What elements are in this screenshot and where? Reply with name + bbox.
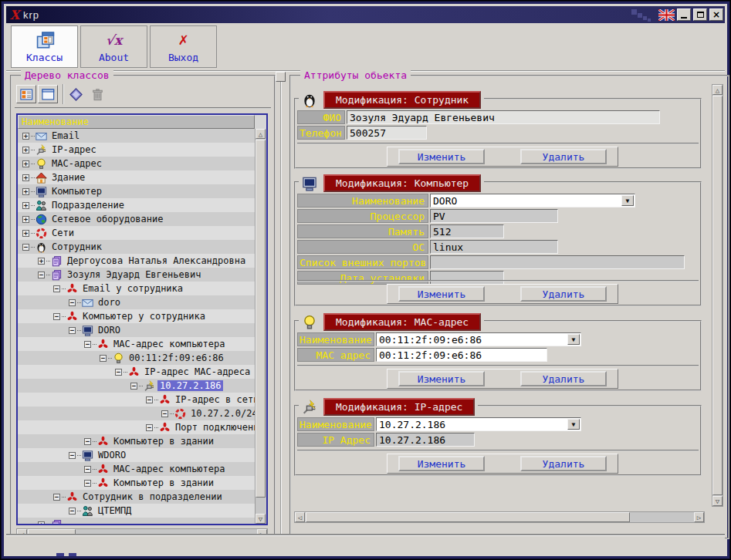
expand-plus-icon[interactable]: + bbox=[22, 216, 29, 223]
text-input[interactable]: 00:11:2f:09:e6:86 bbox=[376, 348, 547, 362]
tree-item-label[interactable]: Сетевое оборудование bbox=[49, 214, 166, 224]
tree-item[interactable]: −Компьютер в здании bbox=[18, 434, 255, 448]
tree-item-label[interactable]: DORO bbox=[96, 325, 123, 336]
scroll-left-icon[interactable]: ◁ bbox=[295, 512, 305, 522]
tree-item[interactable]: +Дергоусова Наталья Александровна bbox=[18, 254, 255, 268]
view-detail-icon[interactable] bbox=[16, 85, 36, 103]
tree-item-label[interactable]: WDORO bbox=[96, 450, 128, 460]
tree-item[interactable]: +IP-адрес bbox=[18, 143, 255, 157]
attributes-horizontal-scrollbar[interactable]: ◁ ▷ bbox=[294, 511, 705, 523]
tree-item-label[interactable]: Компьютер в здании bbox=[111, 477, 216, 488]
tree-item[interactable]: +Подразделение bbox=[18, 198, 255, 212]
delete-button[interactable]: Удалить bbox=[520, 149, 607, 164]
tree-item[interactable]: −MAC-адрес компьютера bbox=[18, 462, 255, 476]
scroll-up-icon[interactable]: △ bbox=[256, 129, 266, 139]
tree-item-label[interactable]: IP-адрес в сети bbox=[173, 394, 255, 405]
edit-button[interactable]: Изменить bbox=[398, 371, 485, 386]
tree-item[interactable]: +Сетевое оборудование bbox=[18, 212, 255, 226]
language-flag-icon[interactable] bbox=[658, 9, 675, 21]
tree-item[interactable]: −Сотрудник bbox=[18, 240, 255, 254]
collapse-minus-icon[interactable]: − bbox=[146, 424, 153, 431]
tree-item-label[interactable]: Компьютер bbox=[49, 186, 104, 197]
collapse-minus-icon[interactable]: − bbox=[146, 396, 153, 403]
scroll-down-icon[interactable]: ▽ bbox=[256, 514, 266, 524]
expand-plus-icon[interactable]: + bbox=[22, 147, 29, 153]
classes-toolbar-button[interactable]: Классы bbox=[11, 25, 78, 68]
splitter-handle[interactable] bbox=[276, 72, 286, 82]
tree-item-label[interactable]: MAC-адрес компьютера bbox=[111, 464, 228, 474]
attributes-hscroll-thumb[interactable] bbox=[306, 512, 630, 522]
collapse-minus-icon[interactable]: − bbox=[84, 341, 91, 348]
combo-dropdown-icon[interactable]: ▼ bbox=[567, 334, 580, 345]
expand-plus-icon[interactable]: + bbox=[22, 174, 29, 181]
tree-item[interactable]: −Зозуля Эдуард Евгеньевич bbox=[18, 268, 255, 282]
tree-item-label[interactable]: MAC-адрес компьютера bbox=[111, 339, 228, 349]
tree-item[interactable]: −Компьютер у сотрудника bbox=[18, 309, 255, 323]
tree-item-label[interactable]: Дергоусова Наталья Александровна bbox=[65, 255, 248, 266]
collapse-minus-icon[interactable]: − bbox=[69, 327, 76, 334]
tree-item-label[interactable]: Сотрудник в подразделении bbox=[80, 491, 225, 502]
minimize-button[interactable] bbox=[677, 8, 691, 21]
expand-plus-icon[interactable]: + bbox=[22, 133, 29, 140]
tree-item-label[interactable]: ЦТЕМПД bbox=[96, 505, 134, 516]
tree-item-label[interactable]: Подразделение bbox=[49, 200, 127, 211]
close-button[interactable]: × bbox=[709, 8, 723, 21]
collapse-minus-icon[interactable]: − bbox=[100, 355, 107, 362]
edit-diamond-icon[interactable] bbox=[66, 85, 86, 103]
tree-item[interactable]: +Компьютер bbox=[18, 184, 255, 198]
tree-item[interactable]: −Компьютер в здании bbox=[18, 476, 255, 490]
tree-item-label[interactable]: Здание bbox=[49, 172, 87, 183]
edit-button[interactable]: Изменить bbox=[398, 149, 485, 164]
collapse-minus-icon[interactable]: − bbox=[53, 285, 60, 292]
tree-item-label[interactable]: 10.27.2.186 bbox=[157, 380, 223, 391]
about-toolbar-button[interactable]: √xAbout bbox=[80, 25, 147, 68]
text-input[interactable]: 10.27.2.186 bbox=[376, 433, 475, 447]
tree-item[interactable]: −IP-адрес в сети bbox=[18, 393, 255, 407]
scroll-up-icon[interactable]: △ bbox=[712, 85, 723, 95]
combo-dropdown-icon[interactable]: ▼ bbox=[567, 419, 580, 430]
tree-item[interactable]: +MAC-адрес bbox=[18, 157, 255, 170]
tree-item-label[interactable]: IP-адрес bbox=[49, 144, 99, 155]
tree-item[interactable]: +Здание bbox=[18, 170, 255, 184]
tree-item-label[interactable]: Сотрудник bbox=[49, 241, 104, 252]
combo-dropdown-icon[interactable]: ▼ bbox=[621, 195, 634, 206]
tree-item[interactable]: + bbox=[18, 518, 255, 524]
tree-item[interactable]: −WDORO bbox=[18, 448, 255, 462]
expand-plus-icon[interactable]: + bbox=[22, 188, 29, 195]
tree-column-header[interactable]: Наименование bbox=[18, 115, 255, 129]
delete-button[interactable]: Удалить bbox=[520, 371, 607, 386]
tree-item-label[interactable]: Email bbox=[49, 130, 82, 141]
collapse-minus-icon[interactable]: − bbox=[22, 244, 29, 251]
expand-plus-icon[interactable]: + bbox=[38, 521, 45, 525]
collapse-minus-icon[interactable]: − bbox=[130, 383, 137, 390]
collapse-minus-icon[interactable]: − bbox=[69, 452, 76, 459]
collapse-minus-icon[interactable]: − bbox=[84, 480, 91, 487]
tree-item-label[interactable]: Компьютер у сотрудника bbox=[80, 311, 208, 322]
tree-item-label[interactable]: Порт подключени bbox=[173, 422, 255, 433]
expand-plus-icon[interactable]: + bbox=[22, 160, 29, 167]
maximize-button[interactable] bbox=[693, 8, 707, 21]
expand-plus-icon[interactable]: + bbox=[22, 230, 29, 237]
collapse-minus-icon[interactable]: − bbox=[84, 438, 91, 445]
expand-plus-icon[interactable]: + bbox=[22, 202, 29, 209]
collapse-minus-icon[interactable]: − bbox=[53, 313, 60, 320]
tree-item[interactable]: −doro bbox=[18, 295, 255, 309]
tree-item-label[interactable]: IP-адрес MAC-адреса bbox=[142, 366, 252, 377]
tree-item[interactable]: −10.27.2.0/24 bbox=[18, 407, 255, 420]
tree-vscroll-thumb[interactable] bbox=[256, 140, 266, 498]
collapse-minus-icon[interactable]: − bbox=[69, 299, 76, 306]
panel-splitter[interactable] bbox=[280, 73, 282, 539]
titlebar[interactable]: X krp × bbox=[6, 6, 725, 23]
combo-box[interactable]: DORO▼ bbox=[430, 194, 635, 207]
tree-item-label[interactable]: Email у сотрудника bbox=[80, 283, 185, 294]
tree-item-label[interactable]: Компьютер в здании bbox=[111, 436, 216, 447]
expand-plus-icon[interactable]: + bbox=[38, 258, 45, 265]
tree-item-label[interactable]: MAC-адрес bbox=[49, 158, 104, 169]
tree-item[interactable]: −Сотрудник в подразделении bbox=[18, 490, 255, 504]
collapse-minus-icon[interactable]: − bbox=[161, 410, 168, 417]
text-input[interactable]: PV bbox=[430, 209, 558, 223]
text-input[interactable]: linux bbox=[430, 240, 558, 254]
tree-item[interactable]: +Сети bbox=[18, 226, 255, 240]
delete-button[interactable]: Удалить bbox=[520, 456, 607, 471]
text-input[interactable]: Зозуля Эдуард Евгеньевич bbox=[347, 110, 660, 124]
